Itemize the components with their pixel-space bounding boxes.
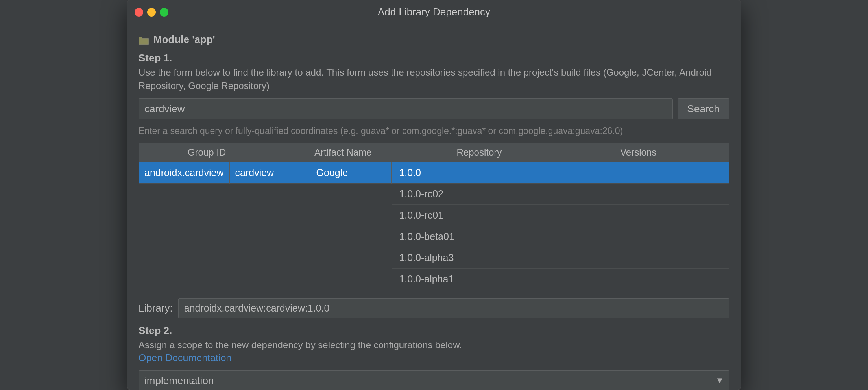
dialog-body: Module 'app' Step 1. Use the form below … (127, 24, 741, 390)
step2-block: Step 2. Assign a scope to the new depend… (139, 325, 729, 364)
search-input[interactable] (139, 98, 673, 119)
library-row: Library: (139, 298, 729, 318)
version-item-1.0.0-rc01[interactable]: 1.0.0-rc01 (392, 205, 729, 226)
cell-artifact-name: cardview (230, 162, 311, 184)
window-controls (135, 8, 168, 17)
version-item-1.0.0-alpha1[interactable]: 1.0.0-alpha1 (392, 269, 729, 290)
cell-group-id: androidx.cardview (139, 162, 230, 184)
open-documentation-link[interactable]: Open Documentation (139, 352, 231, 363)
step2-description: Assign a scope to the new dependency by … (139, 338, 729, 352)
version-item-1.0.0-beta01[interactable]: 1.0.0-beta01 (392, 226, 729, 247)
table-row[interactable]: androidx.cardview cardview Google (139, 162, 392, 184)
step2-title: Step 2. (139, 325, 729, 337)
library-value-input[interactable] (178, 298, 729, 318)
table-body: androidx.cardview cardview Google 1.0.0 … (139, 162, 729, 290)
version-item-1.0.0-rc02[interactable]: 1.0.0-rc02 (392, 184, 729, 205)
col-header-versions: Versions (547, 143, 729, 162)
table-header: Group ID Artifact Name Repository Versio… (139, 143, 729, 162)
step1-block: Step 1. Use the form below to find the l… (139, 52, 729, 92)
add-library-dialog: Add Library Dependency Module 'app' Step… (127, 0, 741, 390)
results-table: Group ID Artifact Name Repository Versio… (139, 143, 729, 290)
minimize-button[interactable] (147, 8, 156, 17)
col-header-artifact: Artifact Name (275, 143, 411, 162)
col-header-group-id: Group ID (139, 143, 275, 162)
close-button[interactable] (135, 8, 143, 17)
search-row: Search (139, 98, 729, 119)
library-label: Library: (139, 302, 173, 314)
dialog-title: Add Library Dependency (378, 6, 490, 18)
col-header-repository: Repository (411, 143, 547, 162)
folder-icon (139, 35, 150, 44)
version-item-1.0.0-alpha3[interactable]: 1.0.0-alpha3 (392, 247, 729, 269)
title-bar: Add Library Dependency (127, 0, 741, 24)
svg-rect-1 (139, 37, 142, 39)
scope-select-wrapper: implementation api compileOnly runtimeOn… (139, 370, 729, 390)
table-left-cols: androidx.cardview cardview Google (139, 162, 392, 290)
versions-column: 1.0.0 1.0.0-rc02 1.0.0-rc01 1.0.0-beta01… (392, 162, 729, 290)
maximize-button[interactable] (160, 8, 168, 17)
module-header: Module 'app' (139, 33, 729, 46)
step1-description: Use the form below to find the library t… (139, 66, 729, 92)
version-item-1.0.0[interactable]: 1.0.0 (392, 162, 729, 184)
module-label: Module 'app' (153, 33, 215, 46)
scope-select[interactable]: implementation api compileOnly runtimeOn… (139, 370, 729, 390)
search-hint: Enter a search query or fully-qualified … (139, 126, 729, 136)
step1-title: Step 1. (139, 52, 729, 64)
cell-repository: Google (310, 162, 392, 184)
search-button[interactable]: Search (678, 98, 729, 119)
